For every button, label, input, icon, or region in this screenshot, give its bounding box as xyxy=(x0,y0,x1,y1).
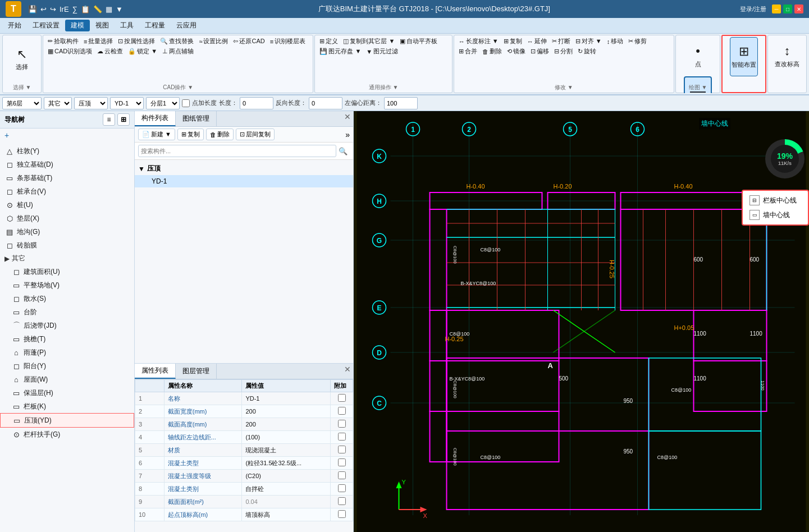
extend-btn[interactable]: ↔延伸 xyxy=(525,36,549,46)
prop-attach-7[interactable] xyxy=(338,471,346,479)
cad-options-btn[interactable]: ▦CAD识别选项 xyxy=(45,47,94,56)
nav-list-view[interactable]: ≡ xyxy=(103,113,115,126)
comp-list-expand[interactable]: » xyxy=(345,130,350,139)
maximize-btn[interactable]: □ xyxy=(783,4,792,13)
copy-comp-btn[interactable]: ⊞复制 xyxy=(177,129,204,140)
tab-prop-list[interactable]: 属性列表 xyxy=(135,364,176,379)
nav-item-balcony[interactable]: ◻ 阳台(Y) xyxy=(0,359,134,373)
menu-build[interactable]: 建模 xyxy=(65,20,90,31)
type-select[interactable]: 其它 xyxy=(44,97,72,109)
left-input[interactable] xyxy=(384,97,418,109)
nav-item-post-cast[interactable]: ⌒ 后浇带(JD) xyxy=(0,319,134,332)
prop-attach-1[interactable] xyxy=(338,394,346,402)
comp-tree-coping[interactable]: ▼ 压顶 xyxy=(135,162,353,175)
cloud-check-btn[interactable]: ☁云检查 xyxy=(95,47,125,56)
reverse-input[interactable] xyxy=(309,97,342,109)
offset-btn[interactable]: ⊡偏移 xyxy=(528,47,551,56)
delete-btn[interactable]: 🗑删除 xyxy=(480,47,504,56)
nav-item-build-area[interactable]: ◻ 建筑面积(U) xyxy=(0,265,134,278)
nav-item-roof[interactable]: ⌂ 屋面(W) xyxy=(0,373,134,386)
define-btn[interactable]: ⊞定义 xyxy=(317,36,340,46)
floor-select[interactable]: 第6层 xyxy=(2,97,42,109)
menu-view[interactable]: 视图 xyxy=(90,20,115,31)
mirror-btn[interactable]: ⟲镜像 xyxy=(505,47,528,56)
floor-copy-btn[interactable]: ⊡层间复制 xyxy=(236,129,275,140)
delete-comp-btn[interactable]: 🗑删除 xyxy=(206,129,234,140)
attr-select-btn[interactable]: ⊡按属性选择 xyxy=(116,36,157,46)
nav-grid-view[interactable]: ⊞ xyxy=(117,113,130,126)
nav-add-btn[interactable]: + xyxy=(0,129,134,142)
length-input[interactable] xyxy=(240,97,273,109)
prop-attach-10[interactable] xyxy=(338,510,346,518)
sublayer-select[interactable]: 分层1 xyxy=(146,97,180,109)
set-scale-btn[interactable]: ≈设置比例 xyxy=(196,36,230,46)
smart-layout-btn[interactable]: ⊞ 智能布置 xyxy=(730,37,758,76)
batch-select-btn[interactable]: ≡批量选择 xyxy=(81,36,115,46)
lock-btn[interactable]: 🔒锁定 ▼ xyxy=(126,47,159,56)
trim-btn[interactable]: ✂修剪 xyxy=(626,36,649,46)
auto-align-btn[interactable]: ▣自动平齐板 xyxy=(397,36,440,46)
find-replace-btn[interactable]: 🔍查找替换 xyxy=(158,36,196,46)
nav-item-steps[interactable]: ▭ 台阶 xyxy=(0,305,134,319)
align-btn[interactable]: ⊟对齐 ▼ xyxy=(573,36,604,46)
nav-item-handrail[interactable]: ⊙ 栏杆扶手(G) xyxy=(0,428,134,441)
nav-item-cantilever[interactable]: ▭ 挑檐(T) xyxy=(0,332,134,346)
new-comp-btn[interactable]: 📄新建 ▼ xyxy=(138,129,175,140)
rotate-btn[interactable]: ↻旋转 xyxy=(575,47,598,56)
popup-railing-center[interactable]: ⊟ 栏板中心线 xyxy=(745,193,806,208)
nav-item-coping[interactable]: ▭ 压顶(YD) xyxy=(0,413,134,428)
prop-attach-2[interactable] xyxy=(338,407,346,415)
prop-attach-5[interactable] xyxy=(338,446,346,453)
nav-item-canopy[interactable]: ⌂ 雨蓬(P) xyxy=(0,346,134,359)
prop-attach-6[interactable] xyxy=(338,458,346,466)
nav-item-scatter-water[interactable]: ◻ 散水(S) xyxy=(0,292,134,305)
save-element-btn[interactable]: 💾图元存盘 ▼ xyxy=(317,47,363,56)
point-btn[interactable]: • 点 xyxy=(684,36,712,76)
floor-table-btn[interactable]: ≡识别楼层表 xyxy=(268,36,308,46)
tab-drawing-mgmt[interactable]: 图纸管理 xyxy=(176,111,217,126)
prop-attach-4[interactable] xyxy=(338,433,346,441)
nav-section-other[interactable]: ▶ 其它 xyxy=(0,252,134,265)
filter-btn[interactable]: ▼图元过滤 xyxy=(364,47,400,56)
break-btn[interactable]: ✂打断 xyxy=(550,36,573,46)
nav-item-strip-footing[interactable]: ▭ 条形基础(T) xyxy=(0,171,134,185)
prop-attach-9[interactable] xyxy=(338,497,346,505)
merge-btn[interactable]: ⊞合并 xyxy=(456,47,479,56)
menu-cloud[interactable]: 云应用 xyxy=(171,20,202,31)
menu-project-settings[interactable]: 工程设置 xyxy=(27,20,65,31)
popup-wall-center[interactable]: ▭ 墙中心线 xyxy=(745,208,806,222)
query-height-btn[interactable]: ↕ 查改标高 xyxy=(773,36,801,76)
select-btn[interactable]: ↖ 选择 xyxy=(5,36,39,81)
menu-quantity[interactable]: 工程量 xyxy=(139,20,171,31)
search-btn[interactable]: 🔍 xyxy=(336,146,350,157)
comp-list-close[interactable]: ✕ xyxy=(342,111,353,122)
prop-panel-close[interactable]: ✕ xyxy=(342,364,353,375)
nav-item-pile[interactable]: ⊙ 桩(U) xyxy=(0,198,134,212)
nav-item-brick-form[interactable]: ◻ 砖胎膜 xyxy=(0,239,134,252)
component-select[interactable]: YD-1 xyxy=(110,97,144,109)
point-add-checkbox[interactable] xyxy=(182,99,190,107)
prop-attach-3[interactable] xyxy=(338,420,346,428)
nav-item-leveling[interactable]: ▭ 平整场地(V) xyxy=(0,278,134,292)
tab-layer-mgmt[interactable]: 图层管理 xyxy=(176,364,217,379)
nav-item-insulation[interactable]: ▭ 保温层(H) xyxy=(0,386,134,400)
comp-tree-yd1[interactable]: YD-1 xyxy=(135,175,353,187)
close-btn[interactable]: ✕ xyxy=(794,4,803,13)
copy-other-btn[interactable]: ◫复制到其它层 ▼ xyxy=(341,36,397,46)
two-point-btn[interactable]: ⊥两点辅轴 xyxy=(160,47,196,56)
copy-btn[interactable]: ⊞复制 xyxy=(501,36,524,46)
nav-item-pad[interactable]: ⬡ 垫层(X) xyxy=(0,212,134,225)
restore-cad-btn[interactable]: ⇦还原CAD xyxy=(231,36,267,46)
nav-item-railing[interactable]: ▭ 栏板(K) xyxy=(0,400,134,413)
split-btn[interactable]: ⊟分割 xyxy=(552,47,575,56)
menu-start[interactable]: 开始 xyxy=(2,20,27,31)
menu-tools[interactable]: 工具 xyxy=(115,20,139,31)
cad-canvas[interactable]: H-0.40 H-0.20 H-0.40 H+0.05 H-0.25 H-0.2… xyxy=(354,111,809,532)
nav-item-trench[interactable]: ▤ 地沟(G) xyxy=(0,225,134,239)
nav-item-pile-cap[interactable]: ◻ 桩承台(V) xyxy=(0,185,134,198)
minimize-btn[interactable]: ─ xyxy=(772,4,781,13)
nav-item-iso-footing[interactable]: ◻ 独立基础(D) xyxy=(0,158,134,171)
prop-attach-8[interactable] xyxy=(338,484,346,492)
tab-comp-list[interactable]: 构件列表 xyxy=(135,111,176,126)
move-btn[interactable]: ↕移动 xyxy=(605,36,626,46)
